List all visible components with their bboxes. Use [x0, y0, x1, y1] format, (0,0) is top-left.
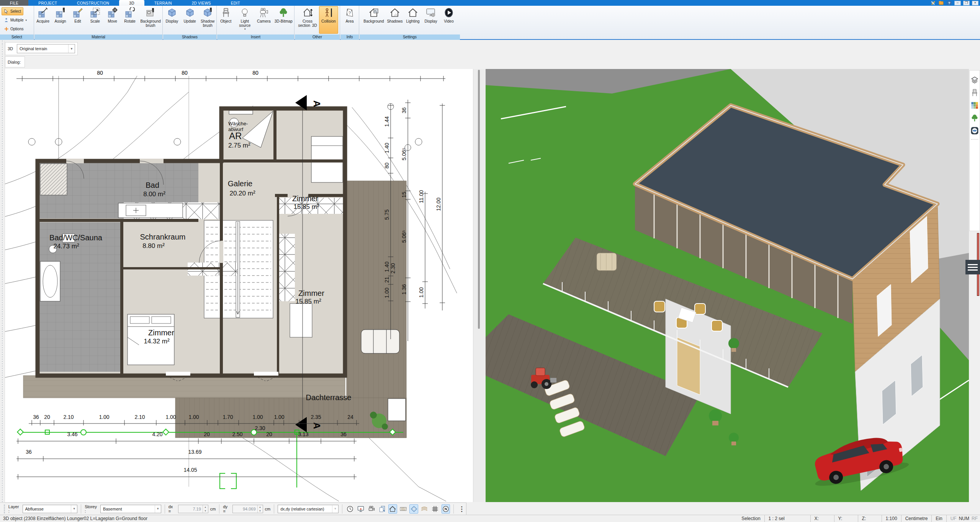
- toggle-num[interactable]: NUM: [957, 515, 971, 522]
- teamviewer-icon[interactable]: [970, 126, 979, 135]
- area-button[interactable]: Area: [341, 6, 358, 34]
- floor-plan[interactable]: 80 80 80: [5, 69, 473, 502]
- shadow-brush-button[interactable]: Shadow brush: [199, 6, 216, 34]
- clock-icon[interactable]: [346, 504, 355, 514]
- camera-tripod-icon: [258, 7, 269, 18]
- dx-input[interactable]: 7.19 ▲▼: [178, 505, 208, 513]
- dim-rc2-5: 1.36: [401, 284, 407, 294]
- selection-value: 1 : 2 sel: [764, 515, 810, 522]
- settings-lighting-button[interactable]: Lighting: [404, 6, 422, 34]
- toggle-uf[interactable]: UF: [946, 515, 957, 522]
- spinner-arrows[interactable]: ▲▼: [203, 505, 208, 513]
- help-icon[interactable]: [946, 0, 952, 5]
- terrain-select[interactable]: Original terrain ▼: [17, 44, 75, 53]
- minimize-button[interactable]: –: [954, 1, 961, 5]
- shadow-update-button[interactable]: Update: [181, 6, 199, 34]
- multiple-button[interactable]: Multiple▾: [2, 16, 29, 24]
- dim-rc1-1: 1.44: [384, 116, 390, 126]
- panel-divider[interactable]: [473, 69, 486, 502]
- collision-icon: [323, 7, 334, 18]
- settings-background-label: Background: [363, 19, 384, 23]
- bitmap-3d-button[interactable]: 3D-Bitmap: [273, 6, 294, 34]
- person-icon: [4, 18, 9, 23]
- assign-button[interactable]: Assign: [52, 6, 69, 34]
- contours-icon[interactable]: [420, 504, 429, 514]
- settings-display-button[interactable]: Display: [422, 6, 440, 34]
- acquire-button[interactable]: Acquire: [34, 6, 51, 34]
- scale-indicator[interactable]: 1:100: [882, 515, 901, 522]
- edit-button[interactable]: Edit: [69, 6, 86, 34]
- tab-2d-views[interactable]: 2D VIEWS: [182, 0, 221, 6]
- group-caption-info: Info: [340, 34, 359, 40]
- tab-terrain[interactable]: TERRAIN: [144, 0, 182, 6]
- tools-icon[interactable]: [930, 0, 936, 5]
- collision-button[interactable]: Collision: [319, 6, 338, 34]
- layers-icon[interactable]: [970, 76, 979, 84]
- tab-construction[interactable]: CONSTRUCTION: [67, 0, 119, 6]
- settings-shadows-button[interactable]: Shadows: [386, 6, 404, 34]
- chevron-down-icon[interactable]: ▼: [155, 505, 161, 513]
- options-button[interactable]: Options: [2, 25, 26, 33]
- dim-rc1-3: 80: [384, 163, 390, 169]
- floor-plan-panel[interactable]: 80 80 80: [5, 69, 473, 502]
- dy-input[interactable]: 94.069 ▲▼: [232, 505, 263, 513]
- storey-select[interactable]: Basement ▼: [100, 505, 161, 513]
- camera-button[interactable]: Camera: [255, 6, 273, 34]
- tab-edit[interactable]: EDIT: [221, 0, 250, 6]
- room-zimmer-bottom-area: 14.32 m²: [144, 338, 169, 345]
- copy-layers-icon[interactable]: [378, 504, 386, 514]
- dim-rc2-1: 36: [401, 107, 407, 113]
- more-icon[interactable]: •••: [457, 504, 466, 514]
- tab-3d[interactable]: 3D: [119, 0, 144, 6]
- scrollbar-thumb[interactable]: [478, 70, 480, 329]
- 3d-view-panel[interactable]: [486, 69, 969, 502]
- close-button[interactable]: ×: [972, 1, 978, 5]
- spinner-arrows[interactable]: ▲▼: [257, 505, 263, 513]
- menu-icon[interactable]: [965, 260, 980, 274]
- light-source-button[interactable]: Light source▾: [235, 6, 255, 34]
- chair-icon[interactable]: [970, 89, 979, 97]
- north-icon[interactable]: [442, 504, 450, 514]
- ein-indicator[interactable]: Ein: [931, 515, 946, 522]
- screen-star-icon[interactable]: [357, 504, 365, 514]
- dim-rc1-4: 5.75: [384, 209, 390, 220]
- settings-background-button[interactable]: Background: [362, 6, 386, 34]
- folder-icon[interactable]: [938, 0, 944, 5]
- chevron-down-icon[interactable]: ▼: [71, 505, 77, 513]
- restore-button[interactable]: ❐: [963, 1, 970, 5]
- select-button[interactable]: Select: [2, 7, 23, 15]
- edit-label: Edit: [74, 19, 81, 23]
- dialog-panel[interactable]: Dialog:: [5, 56, 25, 67]
- unit-indicator[interactable]: Centimetre: [901, 515, 932, 522]
- roof-icon[interactable]: [388, 504, 397, 514]
- tab-file[interactable]: FILE: [0, 0, 28, 6]
- chevron-down-icon[interactable]: ▼: [68, 44, 75, 53]
- move-button[interactable]: Move: [104, 6, 121, 34]
- tree-icon[interactable]: [970, 114, 979, 122]
- cross-section-3d-button[interactable]: Cross section 3D: [296, 6, 319, 34]
- insulation-icon[interactable]: [399, 504, 408, 514]
- toggle-rf[interactable]: RF: [971, 515, 980, 522]
- camcorder-icon[interactable]: [367, 504, 376, 514]
- scale-button[interactable]: Scale: [87, 6, 103, 34]
- object-button[interactable]: Object: [217, 6, 235, 34]
- tab-project[interactable]: PROJECT: [28, 0, 67, 6]
- shadow-display-button[interactable]: Display: [163, 6, 181, 34]
- layer-select[interactable]: Abfluesse ▼: [23, 505, 78, 513]
- terrace-sofa: [361, 330, 399, 353]
- settings-video-button[interactable]: Video: [440, 6, 458, 34]
- left-dock-rail[interactable]: [0, 41, 5, 515]
- balcony-deck: [23, 376, 345, 398]
- 3d-view[interactable]: [486, 69, 969, 502]
- rotate-button[interactable]: Rotate: [121, 6, 138, 34]
- tile-icon[interactable]: [409, 504, 418, 514]
- camera-label: Camera: [257, 19, 271, 23]
- grid-pencil-icon: [72, 7, 83, 18]
- toolbar-grip[interactable]: [4, 505, 5, 513]
- background-brush-button[interactable]: Background brush: [139, 6, 162, 34]
- assign-label: Assign: [55, 19, 66, 23]
- coordinate-mode-select[interactable]: dx,dy (relative cartesian) ▼: [278, 505, 339, 513]
- palette-icon[interactable]: [970, 101, 979, 110]
- chevron-down-icon[interactable]: ▼: [332, 505, 338, 513]
- grid-icon[interactable]: [431, 504, 440, 514]
